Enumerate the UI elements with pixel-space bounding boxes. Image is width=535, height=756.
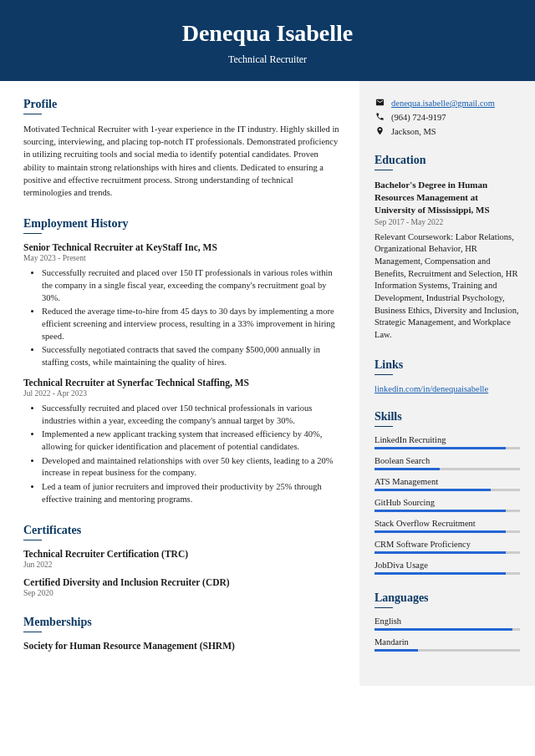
job-bullet: Implemented a new applicant tracking sys… [42,429,341,453]
skill-bar [374,530,520,533]
job-bullets: Successfully recruited and placed over 1… [23,267,341,369]
section-rule [23,114,42,114]
languages-section: Languages EnglishMandarin [374,591,520,652]
resume-body: Profile Motivated Technical Recruiter wi… [0,81,535,686]
memberships-section: Memberships Society for Human Resource M… [23,616,341,651]
skill-bar [374,510,520,512]
certificate-title: Technical Recruiter Certification (TRC) [23,549,341,559]
email-link[interactable]: denequa.isabelle@gmail.com [391,99,495,108]
certificate-entry: Technical Recruiter Certification (TRC) … [23,549,341,569]
skill-row: Stack Overflow Recruitment [374,519,520,533]
job-entry: Technical Recruiter at Synerfac Technica… [23,378,341,506]
contact-phone-row: (964) 724-9197 [374,112,520,123]
skill-name: JobDiva Usage [374,561,520,570]
skill-bar-fill [374,649,418,652]
skill-bar-fill [374,489,491,491]
section-rule [23,233,42,234]
skill-bar-fill [374,572,506,575]
job-bullet: Successfully recruited and placed over 1… [42,403,341,427]
section-rule [23,540,42,540]
education-dates: Sep 2017 - May 2022 [374,218,520,226]
certificate-title: Certified Diversity and Inclusion Recrui… [23,577,341,587]
skill-bar-fill [374,510,506,512]
skill-row: GitHub Sourcing [374,498,520,512]
skill-name: CRM Software Proficiency [374,540,520,549]
job-dates: May 2023 - Present [23,254,341,262]
location-icon [374,126,385,137]
skill-row: Mandarin [374,637,520,652]
person-title: Technical Recruiter [0,53,535,66]
skill-name: English [374,616,520,626]
resume-header: Denequa Isabelle Technical Recruiter [0,0,535,81]
skill-row: Boolean Search [374,456,520,470]
profile-text: Motivated Technical Recruiter with 1-yea… [23,123,341,199]
location-text: Jackson, MS [391,127,436,136]
linkedin-link[interactable]: linkedin.com/in/denequaisabelle [374,384,488,393]
section-heading: Links [374,358,520,372]
phone-icon [374,112,385,123]
skill-name: LinkedIn Recruiting [374,435,520,444]
skill-bar [374,649,520,652]
employment-section: Employment History Senior Technical Recr… [23,217,341,505]
skill-name: Stack Overflow Recruitment [374,519,520,528]
skill-bar-fill [374,447,506,449]
right-column: denequa.isabelle@gmail.com (964) 724-919… [359,81,535,686]
section-heading: Employment History [23,217,341,231]
contact-section: denequa.isabelle@gmail.com (964) 724-919… [374,98,520,137]
job-title: Senior Technical Recruiter at KeyStaff I… [23,242,341,252]
certificate-date: Jun 2022 [23,561,341,569]
job-bullet: Led a team of junior recruiters and impr… [42,481,341,505]
skill-row: LinkedIn Recruiting [374,435,520,449]
section-heading: Skills [374,410,520,424]
skill-bar [374,489,520,491]
education-text: Relevant Coursework: Labor Relations, Or… [374,231,520,342]
skill-bar [374,447,520,449]
contact-location-row: Jackson, MS [374,126,520,137]
job-bullet: Successfully negotiated contracts that s… [42,344,341,368]
membership-title: Society for Human Resource Management (S… [23,641,341,651]
skills-section: Skills LinkedIn RecruitingBoolean Search… [374,410,520,575]
skill-name: Mandarin [374,637,520,647]
skill-row: JobDiva Usage [374,561,520,575]
skill-bar [374,551,520,554]
job-bullet: Developed and maintained relationships w… [42,455,341,479]
section-heading: Memberships [23,616,341,629]
section-heading: Education [374,154,520,167]
section-rule [374,170,393,170]
skill-bar-fill [374,551,506,554]
skill-bar [374,572,520,575]
education-section: Education Bachelor's Degree in Human Res… [374,154,520,342]
skill-row: ATS Management [374,477,520,491]
skill-bar-fill [374,628,512,631]
skill-bar-fill [374,530,506,533]
section-heading: Profile [23,98,341,111]
person-name: Denequa Isabelle [0,20,535,47]
certificate-date: Sep 2020 [23,589,341,597]
skill-row: English [374,616,520,631]
job-entry: Senior Technical Recruiter at KeyStaff I… [23,242,341,369]
links-section: Links linkedin.com/in/denequaisabelle [374,358,520,393]
contact-email-row: denequa.isabelle@gmail.com [374,98,520,109]
job-dates: Jul 2022 - Apr 2023 [23,389,341,398]
profile-section: Profile Motivated Technical Recruiter wi… [23,98,341,199]
job-bullet: Reduced the average time-to-hire from 45… [42,306,341,342]
section-heading: Languages [374,591,520,605]
section-rule [374,426,393,427]
skill-name: Boolean Search [374,456,520,465]
job-title: Technical Recruiter at Synerfac Technica… [23,378,341,388]
job-bullet: Successfully recruited and placed over 1… [42,267,341,304]
section-rule [374,607,393,608]
skill-bar-fill [374,468,440,470]
envelope-icon [374,98,385,109]
education-degree: Bachelor's Degree in Human Resources Man… [374,179,520,216]
section-rule [23,632,42,632]
skill-name: GitHub Sourcing [374,498,520,507]
left-column: Profile Motivated Technical Recruiter wi… [0,81,359,686]
section-heading: Certificates [23,524,341,537]
skill-row: CRM Software Proficiency [374,540,520,554]
certificate-entry: Certified Diversity and Inclusion Recrui… [23,577,341,597]
phone-text: (964) 724-9197 [391,113,446,122]
section-rule [374,374,393,375]
certificates-section: Certificates Technical Recruiter Certifi… [23,524,341,597]
job-bullets: Successfully recruited and placed over 1… [23,403,341,506]
